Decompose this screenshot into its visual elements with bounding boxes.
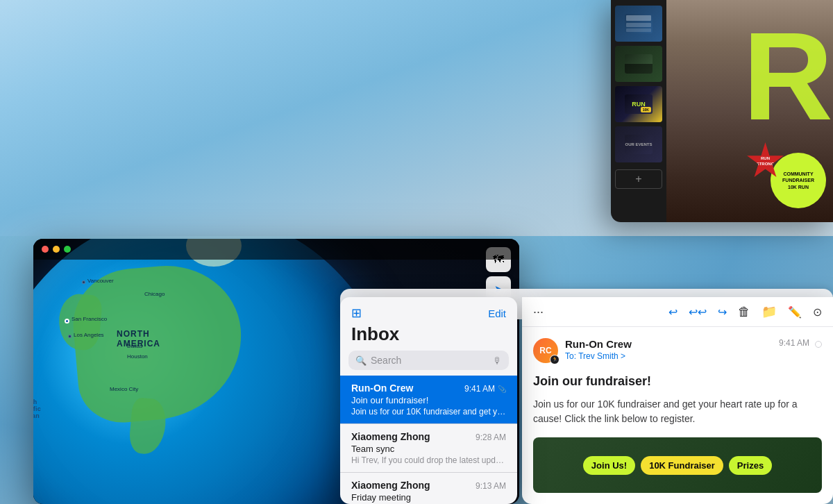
inbox-title: Inbox	[340, 321, 517, 351]
email-preview-xiaomeng-1: Hi Trev, If you could drop the latest up…	[351, 455, 506, 465]
additional-actions-button[interactable]: ⊙	[813, 305, 822, 319]
poster-big-r: R	[743, 14, 833, 139]
city-dot-san-francisco	[65, 319, 69, 324]
maximize-window-button[interactable]	[64, 246, 71, 253]
slide-canvas: R COMMUNITY FUNDRAISER 10K RUN RUN STRON…	[666, 0, 833, 222]
move-to-folder-button[interactable]: 📁	[762, 304, 777, 319]
trash-button[interactable]: 🗑	[738, 305, 750, 319]
email-item-xiaomeng-2[interactable]: Xiaomeng Zhong 9:13 AM Friday meeting	[340, 473, 517, 504]
email-metadata: RC 🏃 Run-On Crew To: Trev Smith > 9:41 A…	[533, 338, 822, 363]
city-label-san-francisco: San Francisco	[71, 316, 107, 322]
email-sender-xiaomeng-2: Xiaomeng Zhong	[351, 480, 430, 491]
email-subject-detail: Join our fundraiser!	[533, 374, 822, 389]
email-time-run-on-crew: 9:41 AM	[464, 384, 495, 394]
sidebar-toggle-button[interactable]: ⊞	[351, 305, 362, 321]
microphone-icon: 🎙	[493, 355, 502, 366]
email-item-run-on-crew[interactable]: Run-On Crew 9:41 AM 📎 Join our fundraise…	[340, 376, 517, 424]
plus-icon: +	[635, 173, 641, 185]
city-label-dallas: Dallas	[127, 343, 142, 349]
north-pacific-label: NorthPacificOcean	[33, 398, 41, 419]
slide-thumbnail-3[interactable]	[615, 6, 662, 42]
more-options-button[interactable]: ···	[533, 305, 544, 319]
search-icon: 🔍	[355, 355, 367, 366]
minimize-window-button[interactable]	[53, 246, 60, 253]
email-header-xiaomeng-2: Xiaomeng Zhong 9:13 AM	[351, 480, 506, 491]
slide-thumbnail-6[interactable]: OUR EVENTS	[615, 126, 662, 162]
email-sender-info: Run-On Crew To: Trev Smith >	[565, 338, 779, 361]
compose-button[interactable]: ✏️	[788, 305, 802, 319]
mail-toolbar: ··· ↩ ↩↩ ↪ 🗑 📁 ✏️ ⊙	[522, 297, 833, 327]
slide-thumbnail-5[interactable]: RUN 10K	[615, 86, 662, 122]
slides-panel: 3 4	[611, 0, 666, 222]
city-label-vancouver: Vancouver	[87, 278, 114, 284]
city-label-mexico-city: Mexico City	[110, 386, 138, 392]
close-window-button[interactable]	[42, 246, 49, 253]
avatar-badge: 🏃	[550, 355, 559, 364]
sender-avatar: RC 🏃	[533, 338, 558, 363]
email-time-xiaomeng-1: 9:28 AM	[476, 432, 506, 442]
city-dot-los-angeles	[68, 335, 71, 338]
received-time: 9:41 AM	[779, 338, 809, 348]
city-label-chicago: Chicago	[144, 291, 165, 297]
city-dot-vancouver	[82, 280, 85, 284]
email-sender-xiaomeng-1: Xiaomeng Zhong	[351, 431, 430, 442]
search-placeholder-text: Search	[371, 355, 489, 366]
edit-inbox-button[interactable]: Edit	[488, 308, 506, 319]
10k-fundraiser-badge[interactable]: 10K Fundraiser	[641, 456, 723, 475]
poster-design: R COMMUNITY FUNDRAISER 10K RUN RUN STRON…	[666, 0, 833, 222]
from-name: Run-On Crew	[565, 338, 779, 350]
mail-detail-content: RC 🏃 Run-On Crew To: Trev Smith > 9:41 A…	[522, 327, 833, 504]
community-fundraiser-sticker: COMMUNITY FUNDRAISER 10K RUN	[771, 153, 826, 208]
email-list: Run-On Crew 9:41 AM 📎 Join our fundraise…	[340, 376, 517, 504]
run-10k-badge: 10K	[641, 107, 651, 112]
to-field[interactable]: To: Trev Smith >	[565, 351, 779, 361]
add-slide-button[interactable]: +	[615, 169, 662, 189]
avatar-initials: RC	[539, 346, 551, 355]
prizes-badge[interactable]: Prizes	[729, 456, 772, 475]
maps-title-bar	[33, 239, 519, 260]
city-label-los-angeles: Los Angeles	[74, 332, 104, 338]
mail-inbox-panel: ⊞ Edit Inbox 🔍 Search 🎙 Run-On Crew 9:41…	[340, 297, 517, 504]
reply-button[interactable]: ↩	[668, 305, 678, 319]
email-subject-run-on-crew: Join our fundraiser!	[351, 395, 506, 405]
email-subject-xiaomeng-1: Team sync	[351, 444, 506, 454]
email-flag[interactable]	[815, 341, 822, 348]
fundraiser-banner: Join Us! 10K Fundraiser Prizes	[533, 437, 822, 493]
email-header-xiaomeng-1: Xiaomeng Zhong 9:28 AM	[351, 431, 506, 442]
join-us-badge[interactable]: Join Us!	[583, 456, 635, 475]
city-label-houston: Houston	[127, 353, 148, 360]
inbox-header: ⊞ Edit	[340, 297, 517, 321]
attachment-icon: 📎	[498, 385, 506, 393]
keynote-window: 3 4	[611, 0, 833, 222]
email-subject-xiaomeng-2: Friday meeting	[351, 492, 506, 503]
email-body-text: Join us for our 10K fundraiser and get y…	[533, 397, 822, 426]
email-sender-run-on-crew: Run-On Crew	[351, 383, 413, 394]
slide-thumbnail-4[interactable]	[615, 46, 662, 82]
email-preview-run-on-crew: Join us for our 10K fundraiser and get y…	[351, 407, 506, 417]
central-america-landmass	[128, 397, 168, 455]
running-icon: 🏃	[552, 357, 558, 362]
reply-all-button[interactable]: ↩↩	[689, 305, 707, 319]
email-time-xiaomeng-2: 9:13 AM	[476, 481, 506, 491]
inbox-search-bar[interactable]: 🔍 Search 🎙	[348, 351, 509, 370]
email-item-xiaomeng-1[interactable]: Xiaomeng Zhong 9:28 AM Team sync Hi Trev…	[340, 424, 517, 473]
email-header-run-on-crew: Run-On Crew 9:41 AM 📎	[351, 383, 506, 394]
mail-detail-panel: ··· ↩ ↩↩ ↪ 🗑 📁 ✏️ ⊙ RC 🏃 Run-On Crew To:…	[522, 297, 833, 504]
forward-button[interactable]: ↪	[718, 305, 727, 319]
